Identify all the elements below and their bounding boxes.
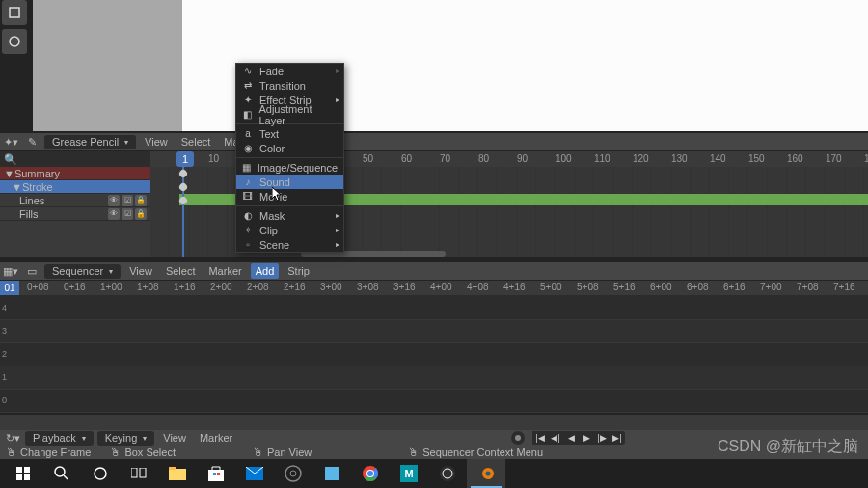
svg-point-1 bbox=[10, 37, 19, 46]
ruler-tick: 7+16 bbox=[833, 282, 855, 292]
blender-icon[interactable] bbox=[467, 459, 505, 488]
jump-start-button[interactable]: |◀ bbox=[532, 431, 548, 445]
menu-view[interactable]: View bbox=[124, 265, 157, 277]
menu-item-transition: ⇄Transition bbox=[236, 78, 343, 93]
play-button[interactable]: ▶ bbox=[579, 431, 594, 445]
menu-item-scene[interactable]: ▫Scene bbox=[236, 237, 343, 252]
svg-rect-5 bbox=[24, 474, 30, 480]
menu-item-adjustment[interactable]: ◧Adjustment Layer bbox=[236, 107, 343, 122]
chrome-icon[interactable] bbox=[351, 459, 390, 488]
menu-item-image-sequence[interactable]: ▦Image/Sequence bbox=[236, 160, 343, 175]
editor-type-icon[interactable]: ▦▾ bbox=[2, 263, 19, 279]
store-icon[interactable] bbox=[197, 459, 235, 488]
svg-rect-12 bbox=[169, 467, 176, 470]
menu-item-text[interactable]: aText bbox=[236, 126, 343, 141]
viewport-3d bbox=[0, 0, 868, 131]
menu-marker[interactable]: Marker bbox=[203, 265, 246, 277]
transport-controls: |◀ ◀| ◀ ▶ |▶ ▶| bbox=[511, 431, 625, 445]
keying-dropdown[interactable]: Keying bbox=[97, 431, 155, 446]
playhead[interactable] bbox=[182, 167, 184, 257]
obs-icon[interactable] bbox=[428, 459, 467, 488]
sync-icon[interactable]: ↻▾ bbox=[4, 430, 21, 446]
menu-item-clip[interactable]: ✧Clip bbox=[236, 223, 343, 237]
editor-type-icon[interactable]: ✦▾ bbox=[2, 134, 19, 149]
checkbox[interactable]: ☑ bbox=[122, 195, 133, 206]
sequencer-tracks[interactable]: 01234 bbox=[0, 295, 868, 413]
sequencer-dropdown[interactable]: Sequencer bbox=[44, 264, 121, 279]
channel-lines[interactable]: Lines👁☑🔒 bbox=[0, 194, 150, 207]
mode-dropdown[interactable]: Grease Pencil bbox=[44, 135, 136, 149]
lock-icon[interactable]: 🔒 bbox=[135, 208, 147, 220]
channel-search[interactable]: 🔍 bbox=[0, 151, 150, 167]
watermark: CSDN @新缸中之脑 bbox=[718, 437, 858, 457]
ruler-tick: 140 bbox=[710, 153, 726, 164]
ruler-tick: 5+00 bbox=[540, 282, 562, 292]
mouse-cursor bbox=[272, 187, 284, 203]
app-icon-1[interactable] bbox=[274, 459, 312, 488]
sequencer-channel[interactable]: 3 bbox=[0, 320, 868, 343]
ruler-tick: 4+16 bbox=[503, 282, 526, 292]
menu-item-sound[interactable]: ♪Sound bbox=[236, 175, 343, 189]
tool-square[interactable] bbox=[2, 0, 27, 25]
menu-add[interactable]: Add bbox=[251, 263, 280, 279]
svg-rect-11 bbox=[169, 469, 186, 480]
maya-icon[interactable]: M bbox=[390, 459, 428, 488]
next-key-button[interactable]: |▶ bbox=[594, 431, 610, 445]
dopesheet-ruler[interactable]: 🔍 10203040506070809010011012013014015016… bbox=[0, 151, 868, 167]
prev-key-button[interactable]: ◀| bbox=[548, 431, 563, 445]
dopesheet-header: ✦▾ ✎ Grease Pencil View Select Marker bbox=[0, 133, 868, 150]
grease-pencil-canvas[interactable] bbox=[33, 0, 182, 131]
jump-end-button[interactable]: ▶| bbox=[610, 431, 625, 445]
play-reverse-button[interactable]: ◀ bbox=[563, 431, 579, 445]
ruler-tick: 80 bbox=[478, 153, 489, 164]
menu-view[interactable]: View bbox=[158, 432, 191, 444]
ruler-tick: 6+00 bbox=[650, 282, 672, 292]
sequencer-channel[interactable]: 4 bbox=[0, 297, 868, 320]
auto-key-toggle[interactable] bbox=[511, 431, 525, 445]
channel-panel: ▼ Summary ▼ Stroke Lines👁☑🔒 Fills👁☑🔒 bbox=[0, 167, 150, 257]
hint-context-menu: 🖱Sequencer Context Menu bbox=[408, 447, 543, 458]
sequencer-channel[interactable]: 2 bbox=[0, 343, 868, 366]
channel-summary[interactable]: ▼ Summary bbox=[0, 167, 150, 180]
ruler-tick: 1+16 bbox=[174, 282, 196, 292]
ruler-tick: 160 bbox=[787, 153, 803, 164]
menu-select[interactable]: Select bbox=[161, 265, 201, 277]
menu-strip[interactable]: Strip bbox=[283, 265, 314, 277]
cortana-button[interactable] bbox=[81, 459, 120, 488]
svg-rect-2 bbox=[16, 467, 22, 473]
app-icon-2[interactable] bbox=[312, 459, 351, 488]
sequencer-channel[interactable]: 1 bbox=[0, 366, 868, 390]
menu-item-color[interactable]: ◉Color bbox=[236, 141, 343, 155]
ruler-tick: 130 bbox=[671, 153, 688, 164]
menu-marker[interactable]: Marker bbox=[195, 432, 237, 444]
channel-stroke[interactable]: ▼ Stroke bbox=[0, 180, 150, 194]
svg-text:M: M bbox=[404, 468, 413, 479]
current-frame-badge[interactable]: 01 bbox=[0, 281, 19, 295]
preview-icon[interactable]: ▭ bbox=[23, 263, 41, 279]
sequencer-ruler[interactable]: 01 0+080+161+001+081+162+002+082+163+003… bbox=[0, 281, 868, 295]
mail-icon[interactable] bbox=[235, 459, 274, 488]
lock-icon[interactable]: 🔒 bbox=[135, 195, 147, 206]
current-frame-badge[interactable]: 1 bbox=[176, 151, 194, 167]
eye-icon[interactable]: 👁 bbox=[108, 195, 120, 206]
start-button[interactable] bbox=[4, 459, 42, 488]
search-button[interactable] bbox=[42, 459, 81, 488]
ruler-tick: 6+08 bbox=[687, 282, 709, 292]
menu-select[interactable]: Select bbox=[176, 136, 216, 148]
menu-item-mask[interactable]: ◐Mask bbox=[236, 208, 343, 223]
playback-dropdown[interactable]: Playback bbox=[25, 431, 94, 446]
svg-rect-14 bbox=[213, 473, 216, 475]
channel-fills[interactable]: Fills👁☑🔒 bbox=[0, 207, 150, 221]
checkbox[interactable]: ☑ bbox=[122, 208, 133, 220]
pencil-icon: ✎ bbox=[23, 134, 41, 149]
tool-circle[interactable] bbox=[2, 29, 27, 54]
sequencer-channel[interactable]: 0 bbox=[0, 390, 868, 413]
menu-view[interactable]: View bbox=[140, 136, 173, 148]
file-explorer-icon[interactable] bbox=[158, 459, 197, 488]
ruler-tick: 2+08 bbox=[247, 282, 269, 292]
menu-item-movie[interactable]: 🎞Movie bbox=[236, 189, 343, 203]
channel-number: 3 bbox=[2, 326, 7, 336]
ruler-tick: 170 bbox=[826, 153, 842, 164]
task-view-button[interactable] bbox=[120, 459, 158, 488]
eye-icon[interactable]: 👁 bbox=[108, 208, 120, 220]
